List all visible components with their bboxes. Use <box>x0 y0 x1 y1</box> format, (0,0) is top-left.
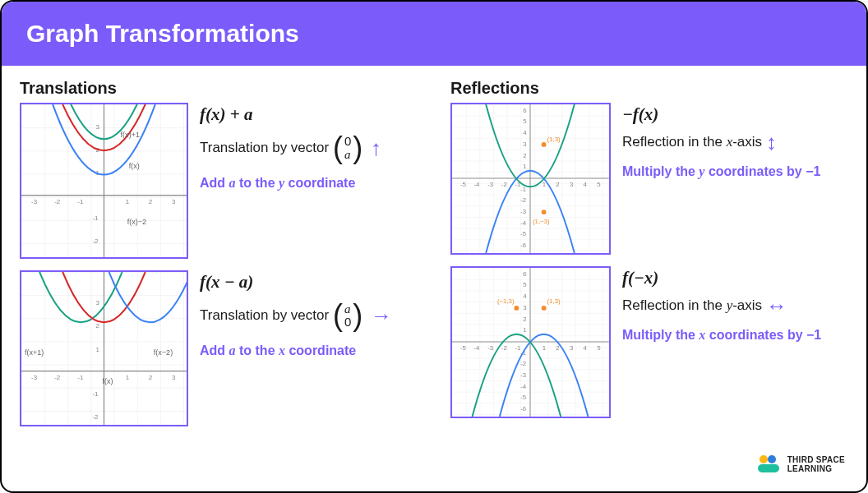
brand-logo: THIRD SPACELEARNING <box>756 455 845 473</box>
svg-text:1: 1 <box>542 181 546 188</box>
formula: −f(x) <box>622 104 848 125</box>
svg-text:1: 1 <box>126 198 130 205</box>
svg-text:f(x−2): f(x−2) <box>154 348 173 357</box>
svg-text:-3: -3 <box>31 198 38 205</box>
svg-text:-4: -4 <box>520 219 527 227</box>
svg-text:-2: -2 <box>520 196 526 204</box>
svg-text:-2: -2 <box>92 413 99 421</box>
page-title: Graph Transformations <box>26 20 842 48</box>
vector: (a0) <box>333 296 362 336</box>
svg-text:2: 2 <box>523 152 526 159</box>
content: Translations -1-2-3 123 123 -1-2 f(x)+1 … <box>2 66 866 446</box>
reflection-xaxis-desc: −f(x) Reflection in the x-axis↕ Multiply… <box>622 103 848 181</box>
svg-text:2: 2 <box>556 181 559 188</box>
svg-text:(1,−3): (1,−3) <box>533 218 550 225</box>
svg-text:f(x): f(x) <box>129 162 140 170</box>
svg-text:-5: -5 <box>460 344 467 352</box>
svg-text:1: 1 <box>95 346 99 353</box>
svg-text:4: 4 <box>523 129 527 136</box>
svg-text:3: 3 <box>172 374 176 381</box>
svg-text:f(x+1): f(x+1) <box>25 348 44 357</box>
right-arrow-icon: → <box>371 302 392 330</box>
hint: Multiply the x coordinates by −1 <box>622 327 848 344</box>
reflection-yaxis-desc: f(−x) Reflection in the y-axis↔ Multiply… <box>622 266 848 344</box>
up-arrow-icon: ↑ <box>371 134 381 163</box>
svg-text:5: 5 <box>597 181 601 188</box>
plot-reflection-xaxis: -5-4-3-2-1 12345 123456 -1-2-3-4-5-6 (1,… <box>450 103 611 255</box>
svg-text:-4: -4 <box>474 344 481 352</box>
svg-text:-3: -3 <box>520 371 526 379</box>
svg-point-90 <box>542 306 547 311</box>
svg-text:-2: -2 <box>520 360 526 367</box>
svg-text:-2: -2 <box>54 374 61 381</box>
svg-text:-2: -2 <box>54 198 61 205</box>
svg-text:f(x)−2: f(x)−2 <box>127 218 146 226</box>
svg-text:1: 1 <box>542 344 546 352</box>
hint: Multiply the y coordinates by −1 <box>622 164 848 181</box>
svg-text:f(x): f(x) <box>102 377 113 385</box>
reflections-title: Reflections <box>450 79 848 98</box>
reflection-row-xaxis: -5-4-3-2-1 12345 123456 -1-2-3-4-5-6 (1,… <box>450 103 848 255</box>
translation-row-vertical: -1-2-3 123 123 -1-2 f(x)+1 f(x) f(x)−2 f… <box>20 103 418 259</box>
svg-text:1: 1 <box>126 374 130 381</box>
svg-text:-6: -6 <box>520 242 526 249</box>
translation-horizontal-desc: f(x − a) Translation by vector (a0) → Ad… <box>200 270 418 359</box>
svg-text:-3: -3 <box>487 181 493 188</box>
svg-text:3: 3 <box>570 181 573 188</box>
translation-row-horizontal: -1-2-3 123 123 -1-2 f(x+1) f(x) f(x−2) f… <box>20 270 418 426</box>
translations-column: Translations -1-2-3 123 123 -1-2 f(x)+1 … <box>20 79 418 438</box>
svg-text:5: 5 <box>523 281 527 288</box>
svg-point-88 <box>514 306 519 311</box>
hint: Add a to the x coordinate <box>200 343 418 360</box>
formula: f(x) + a <box>200 104 418 125</box>
desc-text: Reflection in the y-axis↔ <box>622 292 848 320</box>
svg-text:-5: -5 <box>520 230 527 237</box>
svg-text:-3: -3 <box>520 208 526 215</box>
reflection-row-yaxis: -5-4-3-2-1 12345 123456 -1-2-3-4-5-6 (−1… <box>450 266 848 418</box>
formula: f(x − a) <box>200 272 418 293</box>
svg-text:-4: -4 <box>520 383 527 390</box>
svg-text:-3: -3 <box>31 374 38 381</box>
svg-text:-3: -3 <box>487 344 493 352</box>
svg-text:2: 2 <box>95 322 99 329</box>
svg-text:-1: -1 <box>77 198 84 205</box>
svg-text:-2: -2 <box>92 237 99 245</box>
hint: Add a to the y coordinate <box>200 175 418 192</box>
svg-text:5: 5 <box>597 344 601 352</box>
plot-reflection-yaxis: -5-4-3-2-1 12345 123456 -1-2-3-4-5-6 (−1… <box>450 266 611 418</box>
svg-text:-2: -2 <box>501 344 507 352</box>
svg-text:-1: -1 <box>77 374 84 381</box>
svg-text:3: 3 <box>95 123 99 131</box>
leftright-arrow-icon: ↔ <box>766 292 787 320</box>
svg-text:3: 3 <box>523 304 526 311</box>
svg-text:1: 1 <box>523 326 526 334</box>
formula: f(−x) <box>622 268 848 288</box>
svg-text:6: 6 <box>523 270 526 278</box>
svg-text:2: 2 <box>149 374 153 381</box>
svg-text:-5: -5 <box>460 181 467 188</box>
vector: (0a) <box>333 128 362 168</box>
svg-text:1: 1 <box>523 163 526 170</box>
reflections-column: Reflections -5-4-3-2-1 12345 123456 -1-2… <box>450 79 848 438</box>
svg-point-61 <box>542 210 547 214</box>
desc-text: Translation by vector (a0) → <box>200 296 418 336</box>
svg-text:-6: -6 <box>520 405 526 412</box>
svg-text:-1: -1 <box>92 390 99 398</box>
header: Graph Transformations <box>2 2 866 66</box>
svg-text:(1,3): (1,3) <box>547 297 561 305</box>
svg-text:f(x)+1: f(x)+1 <box>121 131 140 139</box>
svg-text:(1,3): (1,3) <box>547 136 561 143</box>
svg-text:4: 4 <box>584 344 588 352</box>
svg-text:-1: -1 <box>92 214 99 222</box>
svg-text:4: 4 <box>523 293 527 300</box>
svg-text:5: 5 <box>523 117 527 125</box>
translations-title: Translations <box>20 79 418 98</box>
svg-text:-4: -4 <box>474 181 481 188</box>
svg-text:2: 2 <box>523 316 526 323</box>
desc-text: Translation by vector (0a) ↑ <box>200 128 418 168</box>
updown-arrow-icon: ↕ <box>766 128 777 157</box>
svg-text:3: 3 <box>523 141 526 148</box>
svg-text:2: 2 <box>149 198 153 205</box>
svg-text:3: 3 <box>570 344 573 352</box>
svg-text:(−1,3): (−1,3) <box>497 297 515 305</box>
